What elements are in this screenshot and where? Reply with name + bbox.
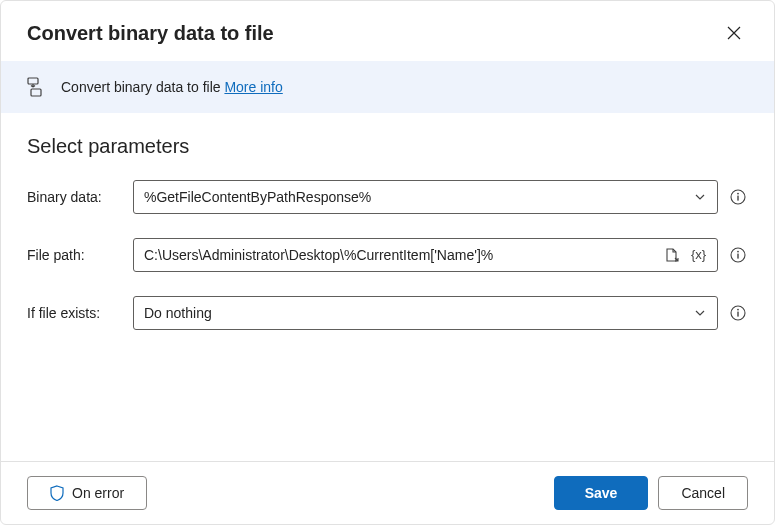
shield-icon	[50, 485, 64, 501]
svg-rect-0	[28, 78, 38, 84]
binary-data-value: %GetFileContentByPathResponse%	[144, 189, 689, 205]
svg-text:{x}: {x}	[691, 248, 707, 262]
convert-file-icon	[27, 77, 45, 97]
on-error-button[interactable]: On error	[27, 476, 147, 510]
if-file-exists-label: If file exists:	[27, 305, 125, 321]
svg-rect-4	[737, 196, 738, 201]
cancel-button[interactable]: Cancel	[658, 476, 748, 510]
variable-picker-icon[interactable]: {x}	[689, 244, 711, 266]
browse-file-icon[interactable]	[661, 244, 683, 266]
on-error-label: On error	[72, 485, 124, 501]
file-path-value: C:\Users\Administrator\Desktop\%CurrentI…	[144, 247, 661, 263]
section-title: Select parameters	[27, 135, 748, 158]
info-icon[interactable]	[728, 187, 748, 207]
file-path-input[interactable]: C:\Users\Administrator\Desktop\%CurrentI…	[133, 238, 718, 272]
binary-data-dropdown[interactable]: %GetFileContentByPathResponse%	[133, 180, 718, 214]
save-button[interactable]: Save	[554, 476, 649, 510]
info-bar: Convert binary data to file More info	[1, 61, 774, 113]
svg-rect-8	[737, 254, 738, 259]
file-path-label: File path:	[27, 247, 125, 263]
if-file-exists-value: Do nothing	[144, 305, 689, 321]
svg-point-10	[737, 309, 739, 311]
svg-rect-1	[31, 89, 41, 96]
if-file-exists-dropdown[interactable]: Do nothing	[133, 296, 718, 330]
binary-data-label: Binary data:	[27, 189, 125, 205]
info-icon[interactable]	[728, 303, 748, 323]
svg-point-3	[737, 193, 739, 195]
close-icon	[727, 26, 741, 40]
svg-point-7	[737, 251, 739, 253]
more-info-link[interactable]: More info	[224, 79, 282, 95]
info-icon[interactable]	[728, 245, 748, 265]
chevron-down-icon	[689, 186, 711, 208]
info-text: Convert binary data to file	[61, 79, 221, 95]
chevron-down-icon	[689, 302, 711, 324]
close-button[interactable]	[720, 19, 748, 47]
svg-rect-11	[737, 312, 738, 317]
dialog-title: Convert binary data to file	[27, 22, 274, 45]
